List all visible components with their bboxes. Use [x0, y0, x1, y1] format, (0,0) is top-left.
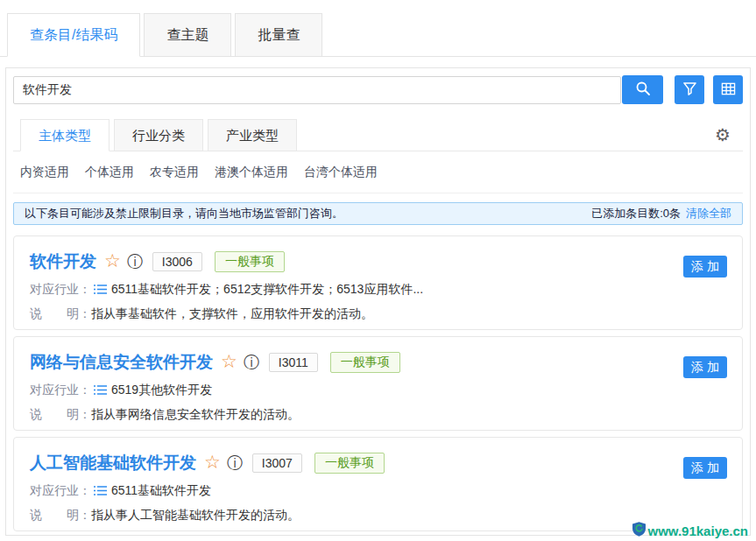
- filter-individual[interactable]: 个体适用: [85, 164, 134, 180]
- gear-icon[interactable]: ⚙: [715, 124, 731, 145]
- filter-domestic[interactable]: 内资适用: [20, 164, 69, 180]
- tab-search-items[interactable]: 查条目/结果码: [7, 13, 140, 57]
- filter-options-row: 内资适用 个体适用 农专适用 港澳个体适用 台湾个体适用: [13, 151, 743, 193]
- description-label: 说 明：: [30, 507, 91, 523]
- industry-row: 对应行业： 6511基础软件开发；6512支撑软件开发；6513应用软件...: [30, 281, 726, 298]
- description-row: 说 明： 指从事网络信息安全软件开发的活动。: [30, 406, 726, 423]
- notice-bar: 以下条目可能涉及禁止限制目录，请向当地市场监管部门咨询。 已添加条目数: 0条 …: [13, 202, 743, 225]
- subtab-entity-type[interactable]: 主体类型: [20, 119, 110, 151]
- filter-taiwan-individual[interactable]: 台湾个体适用: [304, 164, 378, 180]
- star-icon[interactable]: ☆: [104, 252, 121, 270]
- description-row: 说 明： 指从事基础软件，支撑软件，应用软件开发的活动。: [30, 306, 726, 322]
- list-icon: [94, 384, 107, 396]
- entry-title[interactable]: 人工智能基础软件开发: [30, 452, 196, 474]
- entry-code-badge: I3006: [152, 252, 202, 271]
- main-tab-bar: 查条目/结果码 查主题 批量查: [0, 13, 756, 57]
- sub-tab-bar: 主体类型 行业分类 产业类型 ⚙: [13, 119, 743, 151]
- entry-code-badge: I3011: [269, 353, 318, 372]
- list-icon: [94, 284, 107, 295]
- add-button[interactable]: 添 加: [683, 256, 727, 278]
- add-button[interactable]: 添 加: [683, 356, 727, 378]
- industry-label: 对应行业：: [30, 382, 91, 398]
- entry-title[interactable]: 网络与信息安全软件开发: [30, 351, 213, 374]
- card-title-row: 软件开发 ☆ ⓘ I3006 一般事项 添 加: [30, 249, 726, 273]
- notice-message: 以下条目可能涉及禁止限制目录，请向当地市场监管部门咨询。: [25, 206, 343, 221]
- industry-value: 6511基础软件开发: [111, 482, 211, 499]
- search-input[interactable]: [13, 76, 621, 104]
- notice-right: 已添加条目数: 0条 清除全部: [591, 206, 731, 221]
- entry-title[interactable]: 软件开发: [30, 250, 96, 273]
- industry-label: 对应行业：: [30, 281, 91, 298]
- description-value: 指从事网络信息安全软件开发的活动。: [91, 406, 300, 423]
- list-icon: [94, 485, 107, 496]
- clear-all-link[interactable]: 清除全部: [686, 206, 731, 221]
- shield-check-icon: [632, 522, 647, 539]
- industry-value: 6511基础软件开发；6512支撑软件开发；6513应用软件...: [111, 281, 423, 298]
- watermark: www.91kaiye.cn: [632, 522, 748, 539]
- result-card: 软件开发 ☆ ⓘ I3006 一般事项 添 加 对应行业： 6511基础软件开发…: [13, 235, 743, 330]
- description-label: 说 明：: [30, 406, 91, 423]
- filter-hk-macau-individual[interactable]: 港澳个体适用: [215, 164, 288, 180]
- entry-code-badge: I3007: [252, 453, 302, 473]
- added-count-value: 0条: [663, 206, 681, 221]
- main-panel: 主体类型 行业分类 产业类型 ⚙ 内资适用 个体适用 农专适用 港澳个体适用 台…: [5, 67, 751, 536]
- industry-row: 对应行业： 6519其他软件开发: [30, 382, 726, 398]
- industry-label: 对应行业：: [30, 482, 91, 499]
- info-icon[interactable]: ⓘ: [127, 254, 143, 270]
- industry-row: 对应行业： 6511基础软件开发: [30, 482, 726, 499]
- search-row: [13, 75, 743, 104]
- card-title-row: 网络与信息安全软件开发 ☆ ⓘ I3011 一般事项 添 加: [30, 350, 726, 374]
- general-item-tag: 一般事项: [330, 352, 400, 373]
- search-icon: [635, 81, 651, 99]
- info-icon[interactable]: ⓘ: [227, 455, 243, 471]
- result-card: 网络与信息安全软件开发 ☆ ⓘ I3011 一般事项 添 加 对应行业： 651…: [13, 336, 743, 431]
- added-count-label: 已添加条目数:: [591, 206, 663, 221]
- info-icon[interactable]: ⓘ: [244, 355, 259, 370]
- industry-value: 6519其他软件开发: [111, 382, 212, 398]
- description-row: 说 明： 指从事人工智能基础软件开发的活动。: [30, 507, 726, 523]
- grid-view-button[interactable]: [713, 75, 743, 104]
- general-item-tag: 一般事项: [314, 453, 385, 474]
- star-icon[interactable]: ☆: [204, 453, 221, 472]
- search-button[interactable]: [622, 75, 663, 104]
- add-button[interactable]: 添 加: [683, 457, 727, 479]
- subtab-sector-type[interactable]: 产业类型: [208, 119, 297, 151]
- description-value: 指从事人工智能基础软件开发的活动。: [91, 507, 300, 523]
- description-value: 指从事基础软件，支撑软件，应用软件开发的活动。: [91, 306, 373, 322]
- star-icon[interactable]: ☆: [221, 353, 237, 371]
- result-card: 人工智能基础软件开发 ☆ ⓘ I3007 一般事项 添 加 对应行业： 6511…: [13, 437, 743, 531]
- general-item-tag: 一般事项: [215, 251, 285, 272]
- watermark-text: www.91kaiye.cn: [647, 523, 748, 538]
- table-grid-icon: [721, 81, 736, 99]
- tab-search-topic[interactable]: 查主题: [144, 13, 231, 57]
- filter-farm-coop[interactable]: 农专适用: [150, 164, 199, 180]
- funnel-icon: [682, 81, 697, 99]
- card-title-row: 人工智能基础软件开发 ☆ ⓘ I3007 一般事项 添 加: [30, 451, 726, 474]
- tab-batch-search[interactable]: 批量查: [235, 13, 322, 57]
- description-label: 说 明：: [30, 306, 91, 322]
- subtab-industry-category[interactable]: 行业分类: [114, 119, 203, 151]
- filter-button[interactable]: [675, 75, 704, 104]
